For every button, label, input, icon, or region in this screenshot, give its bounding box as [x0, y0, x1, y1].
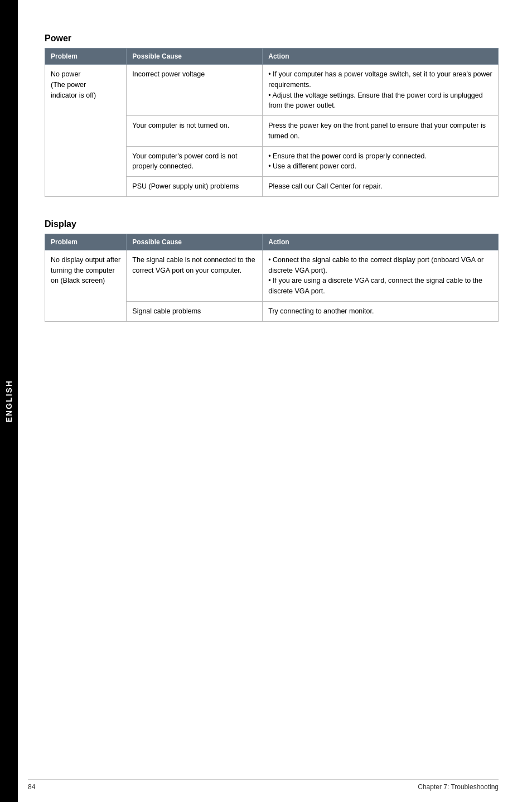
power-table: Problem Possible Cause Action No power(T… [45, 48, 499, 197]
sidebar: ENGLISH [0, 0, 18, 802]
display-row1-cause: The signal cable is not connected to the… [127, 250, 263, 301]
display-section-title: Display [45, 219, 499, 229]
display-row-1: No display output after turning the comp… [45, 250, 499, 301]
power-row2-cause: Your computer is not turned on. [127, 116, 263, 147]
power-row4-action: Please call our Call Center for repair. [263, 177, 499, 197]
display-row1-action: • Connect the signal cable to the correc… [263, 250, 499, 301]
power-row1-action: • If your computer has a power voltage s… [263, 65, 499, 116]
power-row2-action: Press the power key on the front panel t… [263, 116, 499, 147]
power-row-1: No power(The powerindicator is off) Inco… [45, 65, 499, 116]
power-row4-cause: PSU (Power supply unit) problems [127, 177, 263, 197]
display-header-problem: Problem [45, 234, 127, 250]
display-row2-cause: Signal cable problems [127, 301, 263, 321]
main-content: Power Problem Possible Cause Action No p… [28, 0, 532, 378]
power-section-title: Power [45, 33, 499, 44]
display-section: Display Problem Possible Cause Action No… [45, 219, 499, 322]
power-header-cause: Possible Cause [127, 49, 263, 65]
power-row3-action: • Ensure that the power cord is properly… [263, 146, 499, 177]
display-table: Problem Possible Cause Action No display… [45, 234, 499, 322]
display-row2-action: Try connecting to another monitor. [263, 301, 499, 321]
power-section: Power Problem Possible Cause Action No p… [45, 33, 499, 197]
power-header-action: Action [263, 49, 499, 65]
power-row1-problem: No power(The powerindicator is off) [45, 65, 127, 197]
footer-chapter: Chapter 7: Troubleshooting [418, 783, 499, 791]
footer: 84 Chapter 7: Troubleshooting [28, 779, 499, 791]
display-header-cause: Possible Cause [127, 234, 263, 250]
footer-page: 84 [28, 783, 35, 791]
sidebar-label: ENGLISH [4, 380, 13, 422]
display-table-header-row: Problem Possible Cause Action [45, 234, 499, 250]
display-row1-problem: No display output after turning the comp… [45, 250, 127, 321]
power-header-problem: Problem [45, 49, 127, 65]
display-header-action: Action [263, 234, 499, 250]
power-row3-cause: Your computer's power cord is not proper… [127, 146, 263, 177]
power-table-header-row: Problem Possible Cause Action [45, 49, 499, 65]
power-row1-cause: Incorrect power voltage [127, 65, 263, 116]
